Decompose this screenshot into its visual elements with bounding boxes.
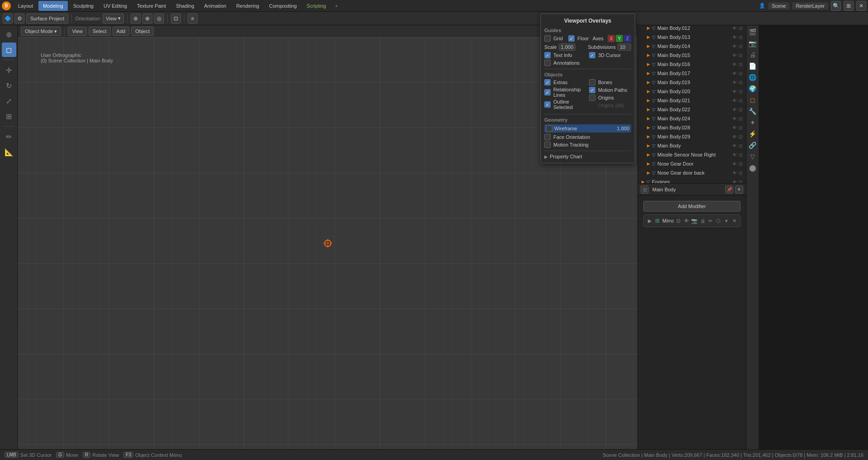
text-info-checkbox[interactable] — [544, 52, 551, 58]
search-button[interactable]: 🔍 — [831, 1, 841, 11]
output-props-btn[interactable]: 🖨 — [748, 50, 758, 60]
mod-render-icon[interactable]: 🖨 — [699, 217, 706, 225]
annotations-checkbox[interactable] — [544, 60, 551, 66]
close-window-button[interactable]: ✕ — [856, 1, 866, 11]
render-layer-selector[interactable]: RenderLayer — [792, 2, 828, 9]
outline-checkbox[interactable] — [544, 101, 551, 108]
scene-settings-btn[interactable]: 🌐 — [748, 72, 758, 82]
mod-edit-icon[interactable]: ✏ — [708, 217, 714, 225]
viewport-object-menu[interactable]: Object — [131, 27, 154, 36]
mod-down-btn[interactable]: ▾ — [723, 217, 730, 225]
mod-expand-btn[interactable]: ▶ — [646, 217, 653, 225]
physics-props-btn[interactable]: ⚡ — [748, 129, 758, 139]
floor-checkbox[interactable] — [568, 35, 575, 42]
filter-button[interactable]: ⊞ — [844, 1, 854, 11]
outliner-item-2[interactable]: ▶ ▽ Main Body.014 👁 ⊡ — [638, 42, 746, 51]
tab-animation[interactable]: Animation — [200, 1, 231, 11]
motion-tracking-checkbox[interactable] — [544, 142, 551, 148]
scene-selector[interactable]: Scene — [768, 2, 789, 9]
outliner-item-1[interactable]: ▶ ▽ Main Body.013 👁 ⊡ — [638, 33, 746, 42]
outliner-item-7[interactable]: ▶ ▽ Main Body.020 👁 ⊡ — [638, 87, 746, 96]
mod-grid-icon[interactable]: ⊡ — [675, 217, 682, 225]
object-props-btn[interactable]: ◻ — [748, 95, 758, 105]
viewport-add-menu[interactable]: Add — [113, 27, 130, 36]
tab-layout[interactable]: Layout — [14, 1, 38, 11]
properties-pin-btn[interactable]: 📌 — [725, 185, 733, 194]
object-mode-selector[interactable]: Object Mode ▾ — [21, 27, 61, 36]
constraints-props-btn[interactable]: 🔗 — [748, 140, 758, 150]
tab-shading[interactable]: Shading — [171, 1, 198, 11]
scale-value[interactable]: 1.000 — [559, 43, 576, 51]
measure-tool-btn[interactable]: 📐 — [2, 145, 16, 159]
extras-checkbox[interactable] — [544, 79, 551, 85]
scene-props-btn[interactable]: 🎬 — [748, 27, 758, 37]
transform-tool-btn[interactable]: ⊞ — [2, 109, 16, 123]
outliner-item-12[interactable]: ▶ ▽ Main Body.029 👁 ⊡ — [638, 132, 746, 141]
select-tool-btn[interactable]: ◻ — [2, 43, 16, 57]
extras-button[interactable]: ≡ — [188, 14, 198, 24]
wireframe-value[interactable]: 1.000 — [617, 126, 629, 131]
grid-checkbox[interactable] — [544, 35, 551, 42]
orientation-dropdown[interactable]: View ▾ — [103, 14, 124, 24]
preferences-icon[interactable]: ⚙ — [14, 14, 24, 24]
tab-sculpting[interactable]: Sculpting — [69, 1, 98, 11]
origins-checkbox[interactable] — [589, 95, 595, 101]
mod-close-btn[interactable]: ✕ — [731, 217, 737, 225]
mod-eye-icon[interactable]: 👁 — [684, 217, 690, 225]
outliner-item-17[interactable]: ▶ ▽ Engines 👁 ⊡ — [638, 177, 746, 183]
view-layer-props-btn[interactable]: 📄 — [748, 61, 758, 71]
add-workspace-button[interactable]: + — [331, 1, 341, 11]
proportional-edit-button[interactable]: ◎ — [154, 14, 164, 24]
outliner-item-15[interactable]: ▶ ▽ Nose Gear Door 👁 ⊡ — [638, 159, 746, 168]
outliner-item-4[interactable]: ▶ ▽ Main Body.016 👁 ⊡ — [638, 60, 746, 69]
face-orient-checkbox[interactable] — [544, 134, 551, 140]
particles-props-btn[interactable]: ✦ — [748, 118, 758, 128]
rotate-tool-btn[interactable]: ↻ — [2, 78, 16, 93]
blender-logo[interactable]: B — [2, 1, 11, 10]
axis-z-btn[interactable]: Z — [624, 35, 631, 42]
modifier-props-btn[interactable]: 🔧 — [748, 106, 758, 116]
mod-camera-icon[interactable]: 📷 — [691, 217, 698, 225]
tab-compositing[interactable]: Compositing — [264, 1, 301, 11]
viewport-select-menu[interactable]: Select — [89, 27, 111, 36]
move-tool-btn[interactable]: ✛ — [2, 63, 16, 77]
snap-magnet-button[interactable]: ⊛ — [131, 14, 141, 24]
bones-checkbox[interactable] — [589, 79, 595, 85]
data-props-btn[interactable]: ▽ — [748, 152, 758, 161]
blender-icon-small[interactable]: 🔷 — [3, 14, 13, 24]
tab-rendering[interactable]: Rendering — [231, 1, 264, 11]
tab-uv-editing[interactable]: UV Editing — [99, 1, 132, 11]
outliner-item-9[interactable]: ▶ ▽ Main Body.022 👁 ⊡ — [638, 105, 746, 114]
annotate-tool-btn[interactable]: ✏ — [2, 129, 16, 144]
transform-pivot-button[interactable]: ⊡ — [171, 14, 181, 24]
subdivisions-value[interactable]: 10 — [618, 43, 631, 51]
outliner-item-11[interactable]: ▶ ▽ Main Body.028 👁 ⊡ — [638, 123, 746, 132]
tab-modeling[interactable]: Modeling — [38, 1, 68, 11]
properties-close-btn[interactable]: ✕ — [735, 185, 743, 194]
material-props-btn[interactable]: ⬤ — [748, 163, 758, 173]
add-modifier-button[interactable]: Add Modifier — [643, 201, 741, 212]
rel-lines-checkbox[interactable] — [544, 89, 551, 95]
outliner-item-3[interactable]: ▶ ▽ Main Body.015 👁 ⊡ — [638, 51, 746, 60]
snap-type-button[interactable]: ⊕ — [142, 14, 152, 24]
outliner-item-5[interactable]: ▶ ▽ Main Body.017 👁 ⊡ — [638, 69, 746, 78]
wireframe-checkbox[interactable] — [546, 125, 552, 132]
tab-scripting[interactable]: Scripting — [302, 1, 330, 11]
cursor-3d-checkbox[interactable] — [589, 52, 595, 58]
mod-cage-icon[interactable]: ⬡ — [715, 217, 722, 225]
property-chart-row[interactable]: ▶ Property Chart — [544, 154, 631, 159]
outliner-item-13[interactable]: ▶ ▽ Main Body 👁 ⊡ — [638, 141, 746, 150]
tab-texture-paint[interactable]: Texture Paint — [132, 1, 170, 11]
outliner-item-10[interactable]: ▶ ▽ Main Body.024 👁 ⊡ — [638, 114, 746, 123]
outliner-item-8[interactable]: ▶ ▽ Main Body.021 👁 ⊡ — [638, 96, 746, 105]
render-props-btn[interactable]: 📷 — [748, 38, 758, 48]
axis-x-btn[interactable]: X — [608, 35, 615, 42]
scale-tool-btn[interactable]: ⤢ — [2, 94, 16, 108]
outliner-item-16[interactable]: ▶ ▽ Nose Gear door back 👁 ⊡ — [638, 168, 746, 177]
world-props-btn[interactable]: 🌍 — [748, 84, 758, 94]
cursor-tool-btn[interactable]: ⊕ — [2, 27, 16, 42]
axis-y-btn[interactable]: Y — [616, 35, 623, 42]
outliner-item-14[interactable]: ▶ ▽ Missile Sensor Nose Right 👁 ⊡ — [638, 150, 746, 159]
viewport-view-menu[interactable]: View — [68, 27, 87, 36]
outliner-item-6[interactable]: ▶ ▽ Main Body.019 👁 ⊡ — [638, 78, 746, 87]
